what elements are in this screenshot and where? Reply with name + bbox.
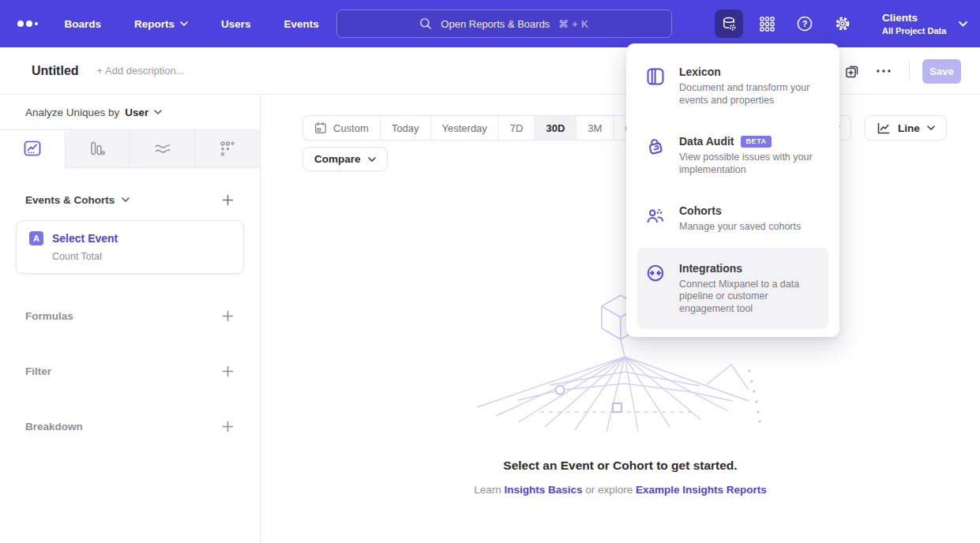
report-actions: Save: [839, 47, 961, 95]
query-builder-sidebar: Analyze Uniques by User: [0, 95, 261, 543]
chart-type-tabs: [0, 129, 260, 168]
database-gear-icon: [721, 16, 738, 32]
plus-icon: [222, 365, 234, 377]
duplicate-icon: [844, 63, 860, 79]
event-letter-badge: A: [29, 231, 43, 245]
line-chart-icon: [877, 122, 891, 135]
more-options-button[interactable]: [871, 58, 896, 84]
insights-basics-link[interactable]: Insights Basics: [504, 484, 582, 496]
report-title[interactable]: Untitled: [32, 64, 79, 78]
duplicate-report-button[interactable]: [839, 58, 865, 84]
project-scope: All Project Data: [882, 25, 946, 36]
date-range-yesterday[interactable]: Yesterday: [431, 116, 499, 140]
divider: [909, 62, 910, 81]
top-navbar: Boards Reports Users Events Open Reports…: [0, 0, 980, 47]
chart-type-dropdown[interactable]: Line: [865, 115, 947, 140]
learn-prefix: Learn: [474, 484, 504, 496]
date-range-7d[interactable]: 7D: [499, 116, 535, 140]
select-event-label[interactable]: Select Event: [52, 232, 118, 245]
plus-icon: [222, 194, 234, 206]
data-audit-lock-icon: [645, 136, 666, 156]
menu-item-integrations[interactable]: Integrations Connect Mixpanel to a data …: [637, 248, 828, 330]
save-button[interactable]: Save: [922, 59, 961, 84]
svg-text:?: ?: [802, 19, 808, 28]
menu-item-lexicon[interactable]: Lexicon Document and transform your even…: [637, 51, 828, 121]
nav-item-users[interactable]: Users: [221, 18, 251, 30]
menu-item-description: Document and transform your events and p…: [679, 82, 820, 107]
menu-item-description: Connect Mixpanel to a data pipeline or c…: [679, 279, 820, 316]
formulas-label: Formulas: [25, 310, 73, 322]
tab-metrics[interactable]: [196, 130, 261, 167]
events-cohorts-dropdown[interactable]: Events & Cohorts: [25, 194, 130, 206]
menu-item-description: View possible issues with your implement…: [679, 152, 820, 176]
date-range-custom[interactable]: Custom: [303, 116, 381, 140]
date-range-today[interactable]: Today: [381, 116, 431, 140]
chevron-down-icon: [154, 110, 162, 114]
compare-button[interactable]: Compare: [302, 147, 388, 171]
breakdown-label: Breakdown: [25, 421, 83, 433]
global-search-input[interactable]: Open Reports & Boards ⌘ + K: [336, 9, 672, 38]
nav-item-events[interactable]: Events: [284, 18, 319, 30]
tab-flow[interactable]: [130, 130, 196, 167]
metrics-tab-icon: [218, 140, 237, 158]
date-range-30d[interactable]: 30D: [535, 116, 576, 140]
event-row-a[interactable]: A Select Event Count Total: [16, 220, 244, 274]
ellipsis-icon: [877, 69, 891, 73]
data-management-button[interactable]: [715, 9, 743, 38]
filter-section: Filter: [0, 361, 260, 380]
date-range-3m[interactable]: 3M: [576, 116, 614, 140]
filter-label: Filter: [25, 365, 51, 377]
bar-chart-tab-icon: [88, 140, 107, 158]
calendar-icon: [314, 122, 327, 134]
or-explore-text: or explore: [582, 484, 636, 496]
analyze-uniques-row: Analyze Uniques by User: [0, 95, 260, 129]
add-breakdown-button[interactable]: [219, 418, 236, 435]
help-button[interactable]: ?: [790, 9, 819, 38]
empty-state-links: Learn Insights Basics or explore Example…: [261, 484, 980, 496]
tab-bar-chart[interactable]: [66, 130, 131, 167]
beta-badge: BETA: [741, 136, 771, 148]
primary-nav: Boards Reports Users Events: [65, 18, 319, 30]
settings-button[interactable]: [828, 9, 857, 38]
integrations-sync-icon: [645, 263, 666, 283]
add-event-button[interactable]: [219, 191, 236, 208]
menu-item-description: Manage your saved cohorts: [679, 221, 820, 234]
project-name: Clients: [882, 11, 946, 25]
breakdown-section: Breakdown: [0, 417, 260, 436]
report-description-placeholder[interactable]: + Add description...: [97, 65, 185, 77]
example-insights-reports-link[interactable]: Example Insights Reports: [636, 484, 767, 496]
grid-icon: [759, 16, 775, 32]
empty-state-title: Select an Event or Cohort to get started…: [261, 459, 980, 473]
add-filter-button[interactable]: [219, 362, 236, 380]
tab-insights-line[interactable]: [0, 130, 66, 168]
events-cohorts-section-header: Events & Cohorts: [0, 190, 260, 209]
gear-icon: [834, 15, 851, 32]
add-formula-button[interactable]: [219, 307, 236, 324]
line-chart-tab-icon: [23, 140, 42, 158]
apps-grid-button[interactable]: [753, 9, 781, 38]
navbar-icon-group: ?: [715, 9, 857, 38]
search-icon: [419, 17, 432, 30]
analyze-by-dropdown[interactable]: User: [125, 107, 162, 118]
formulas-section: Formulas: [0, 306, 260, 325]
plus-icon: [222, 421, 234, 433]
data-management-menu: Lexicon Document and transform your even…: [626, 43, 839, 337]
help-icon: ?: [796, 15, 813, 32]
search-placeholder: Open Reports & Boards: [441, 18, 550, 30]
menu-item-data-audit[interactable]: Data Audit BETA View possible issues wit…: [637, 121, 828, 190]
chevron-down-icon: [368, 157, 376, 162]
chevron-down-icon: [180, 21, 188, 26]
mixpanel-logo[interactable]: [17, 21, 38, 27]
event-metric-label[interactable]: Count Total: [52, 251, 231, 262]
menu-item-cohorts[interactable]: Cohorts Manage your saved cohorts: [637, 190, 828, 248]
lexicon-book-icon: [645, 66, 666, 87]
menu-item-title: Lexicon: [679, 66, 721, 78]
menu-item-title: Data Audit: [679, 135, 734, 148]
plus-icon: [222, 310, 234, 322]
project-switcher[interactable]: Clients All Project Data: [882, 9, 967, 39]
chevron-down-icon: [122, 197, 130, 202]
search-shortcut: ⌘ + K: [558, 18, 588, 30]
nav-item-reports[interactable]: Reports: [134, 18, 188, 30]
chevron-down-icon: [959, 21, 967, 27]
nav-item-boards[interactable]: Boards: [65, 18, 102, 30]
